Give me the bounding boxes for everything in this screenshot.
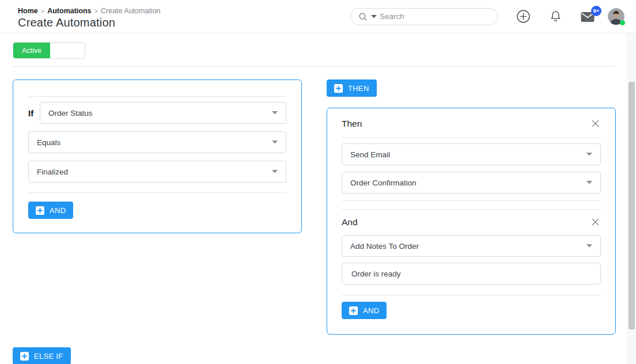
page-title: Create Automation [18,16,161,29]
chevron-down-icon [272,141,278,144]
order-note-input[interactable] [342,263,601,285]
automation-builder: If Order Status Equals Finalized [13,79,623,335]
and-close-button[interactable] [590,217,601,227]
chevron-down-icon [272,111,278,115]
else-if-button[interactable]: ELSE IF [13,347,71,364]
if-field-value: Order Status [48,109,93,117]
if-value-dropdown[interactable]: Finalized [28,161,286,183]
else-if-button-label: ELSE IF [34,352,63,361]
close-icon [591,119,600,128]
if-operator-dropdown[interactable]: Equals [28,131,286,153]
search-bar[interactable] [350,8,498,25]
breadcrumb-current: Create Automation [101,7,161,15]
breadcrumb-separator: > [41,7,44,14]
plus-square-icon [349,306,358,315]
header-actions: 9+ [350,8,624,25]
chevron-down-icon [586,181,592,184]
and-section-start-divider [342,209,601,210]
notifications-bell-icon[interactable] [548,9,563,24]
else-if-row: ELSE IF [13,347,623,364]
user-avatar[interactable] [608,8,624,25]
if-label: If [28,108,40,118]
mail-button[interactable]: 9+ [580,10,595,23]
online-status-dot [620,20,625,25]
and-section-header: And [342,217,601,227]
plus-square-icon [20,352,29,361]
app-header: Home > Automations > Create Automation C… [0,0,636,33]
then-action-dropdown[interactable]: Send Email [342,143,601,165]
plus-square-icon [36,206,44,215]
breadcrumb-automations[interactable]: Automations [47,7,91,15]
then-template-dropdown[interactable]: Order Confirmation [342,172,601,194]
then-close-button[interactable] [590,118,601,129]
search-input[interactable] [380,12,492,21]
if-column: If Order Status Equals Finalized [13,79,302,233]
then-and-button-label: AND [363,306,379,315]
create-automation-page: Home > Automations > Create Automation C… [0,0,636,364]
search-scope-caret-icon[interactable] [371,15,377,18]
then-button[interactable]: THEN [327,79,377,97]
if-card: If Order Status Equals Finalized [13,79,302,233]
then-action-value: Send Email [350,150,390,159]
if-and-button[interactable]: AND [28,202,73,219]
and-action-dropdown[interactable]: Add Notes To Order [342,235,601,257]
chevron-down-icon [586,153,592,156]
chevron-down-icon [272,170,278,173]
if-condition-row: If Order Status [28,102,286,124]
header-content-divider [13,66,615,67]
then-section-end-divider [342,200,601,201]
then-card: Then Send Email Order Confirmati [327,108,616,335]
then-button-label: THEN [348,84,369,93]
mail-unread-badge: 9+ [591,6,601,16]
if-card-bottom-divider [28,192,286,193]
then-card-header: Then [342,118,601,129]
if-value-value: Finalized [37,168,68,176]
search-icon [358,12,368,22]
close-icon [591,218,600,226]
breadcrumb-separator: > [94,7,98,14]
then-and-button[interactable]: AND [342,302,387,319]
and-action-value: Add Notes To Order [350,242,419,251]
then-header-divider [342,137,601,138]
if-card-top-divider [28,96,286,97]
chevron-down-icon [586,244,592,248]
and-section-title: And [342,217,358,227]
if-operator-value: Equals [37,138,60,147]
vertical-scrollbar[interactable] [627,33,636,364]
active-toggle[interactable]: Active [13,42,85,59]
then-card-title: Then [342,119,362,129]
page-body: Active If Order Status Equals [0,33,636,364]
then-template-value: Order Confirmation [350,179,417,187]
breadcrumb-home[interactable]: Home [18,7,38,15]
if-field-dropdown[interactable]: Order Status [40,102,286,124]
plus-square-icon [334,84,343,93]
scrollbar-thumb[interactable] [629,82,635,329]
header-left: Home > Automations > Create Automation C… [18,3,161,29]
active-toggle-on-label: Active [13,43,50,58]
add-button[interactable] [516,9,531,24]
then-card-bottom-divider [342,295,601,295]
then-column: THEN Then Send Email [327,79,616,335]
breadcrumb: Home > Automations > Create Automation [18,7,161,15]
if-and-button-label: AND [50,206,66,215]
